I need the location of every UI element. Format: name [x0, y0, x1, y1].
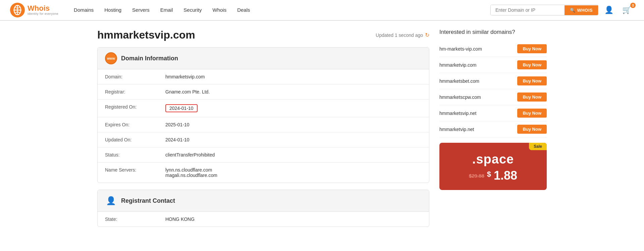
buy-now-button[interactable]: Buy Now — [517, 60, 547, 69]
search-icon: 🔍 — [570, 8, 576, 13]
www-badge: www — [105, 52, 117, 64]
table-row: Status: clientTransferProhibited — [98, 147, 429, 163]
registrant-table: State: HONG KONG — [98, 212, 429, 227]
sale-new-price: 1.88 — [494, 169, 517, 183]
sale-price-row: $29.88 $ 1.88 — [447, 169, 539, 183]
domain-info-card: www Domain Information Domain: hmmarkets… — [97, 47, 429, 183]
person-icon: 👤 — [105, 195, 117, 207]
buy-now-button[interactable]: Buy Now — [517, 109, 547, 118]
nav-email[interactable]: Email — [155, 0, 178, 20]
buy-now-button[interactable]: Buy Now — [517, 44, 547, 53]
buy-now-button[interactable]: Buy Now — [517, 92, 547, 102]
logo[interactable]: Whois Identity for everyone — [10, 3, 58, 17]
field-value: lynn.ns.cloudflare.commagali.ns.cloudfla… — [158, 163, 429, 183]
registrant-header: 👤 Registrant Contact — [98, 190, 429, 212]
nav-right: 🔍 WHOIS 👤 🛒 0 — [490, 4, 634, 16]
page-title: hmmarketsvip.com — [97, 29, 195, 41]
field-value: Gname.com Pte. Ltd. — [158, 84, 429, 100]
field-label: Domain: — [98, 69, 158, 84]
refresh-icon[interactable]: ↻ — [425, 32, 429, 38]
sale-tld: .space — [447, 152, 539, 167]
table-row: Registrar: Gname.com Pte. Ltd. — [98, 84, 429, 100]
search-input[interactable] — [491, 5, 565, 15]
nav-servers[interactable]: Servers — [127, 0, 155, 20]
sale-old-price: $29.88 — [469, 173, 484, 179]
field-value: 2024-01-10 — [158, 100, 429, 117]
table-row: Expires On: 2025-01-10 — [98, 117, 429, 132]
updated-text: Updated 1 second ago — [376, 33, 423, 38]
field-label: Updated On: — [98, 132, 158, 147]
field-value: 2024-01-10 — [158, 132, 429, 147]
search-button-label: WHOIS — [577, 8, 593, 13]
field-value: 2025-01-10 — [158, 117, 429, 132]
cart-badge-container: 🛒 0 — [620, 4, 634, 16]
field-label: Name Servers: — [98, 163, 158, 183]
similar-domain-name: hmmarketscpw.com — [439, 95, 481, 100]
similar-domain-row: hmmarketsvip.net Buy Now — [439, 105, 547, 121]
field-value: HONG KONG — [158, 212, 429, 227]
field-label: Expires On: — [98, 117, 158, 132]
logo-sub-text: Identity for everyone — [28, 12, 58, 16]
field-label: Registrar: — [98, 84, 158, 100]
nav-domains[interactable]: Domains — [68, 0, 99, 20]
registrant-title: Registrant Contact — [121, 197, 175, 204]
nav-security[interactable]: Security — [178, 0, 207, 20]
registrant-card: 👤 Registrant Contact State: HONG KONG — [97, 190, 429, 227]
registered-on-highlighted: 2024-01-10 — [165, 104, 198, 112]
left-col: hmmarketsvip.com Updated 1 second ago ↻ … — [97, 29, 429, 234]
page-title-row: hmmarketsvip.com Updated 1 second ago ↻ — [97, 29, 429, 41]
sale-dollar-sign: $ — [487, 169, 491, 179]
similar-domain-name: hmmarketvip.net — [439, 127, 474, 132]
right-col: Interested in similar domains? hm-market… — [439, 29, 547, 234]
main-container: hmmarketsvip.com Updated 1 second ago ↻ … — [87, 21, 557, 242]
updated-info: Updated 1 second ago ↻ — [376, 32, 429, 38]
similar-domain-row: hmmarketvip.net Buy Now — [439, 121, 547, 137]
similar-domains-title: Interested in similar domains? — [439, 29, 547, 36]
similar-domain-name: hmmarketsbet.com — [439, 78, 479, 84]
nav-links: Domains Hosting Servers Email Security W… — [68, 0, 490, 20]
table-row: Name Servers: lynn.ns.cloudflare.commaga… — [98, 163, 429, 183]
field-label: State: — [98, 212, 158, 227]
sale-banner: Sale .space $29.88 $ 1.88 — [439, 143, 547, 190]
nav-deals[interactable]: Deals — [232, 0, 255, 20]
domain-info-table: Domain: hmmarketsvip.com Registrar: Gnam… — [98, 69, 429, 183]
similar-domain-row: hmmarketsbet.com Buy Now — [439, 73, 547, 89]
table-row: Updated On: 2024-01-10 — [98, 132, 429, 147]
similar-domain-name: hmmarketsvip.net — [439, 111, 476, 116]
domain-info-header: www Domain Information — [98, 48, 429, 69]
similar-domain-row: hmmarketscpw.com Buy Now — [439, 89, 547, 105]
whois-search-button[interactable]: 🔍 WHOIS — [565, 5, 598, 15]
buy-now-button[interactable]: Buy Now — [517, 76, 547, 85]
cart-count: 0 — [630, 3, 636, 8]
field-label: Registered On: — [98, 100, 158, 117]
logo-whois-text: Whois — [28, 4, 58, 12]
search-bar: 🔍 WHOIS — [490, 5, 598, 15]
table-row: State: HONG KONG — [98, 212, 429, 227]
similar-domain-row: hm-markets-vip.com Buy Now — [439, 41, 547, 57]
nav-whois[interactable]: Whois — [207, 0, 232, 20]
buy-now-button[interactable]: Buy Now — [517, 125, 547, 134]
table-row: Registered On: 2024-01-10 — [98, 100, 429, 117]
domain-info-title: Domain Information — [121, 55, 178, 62]
similar-domain-name: hmmarketvip.com — [439, 62, 476, 68]
sale-tag: Sale — [529, 143, 547, 150]
table-row: Domain: hmmarketsvip.com — [98, 69, 429, 84]
user-account-button[interactable]: 👤 — [602, 4, 616, 16]
field-label: Status: — [98, 147, 158, 163]
www-text: www — [107, 57, 115, 60]
similar-domain-row: hmmarketvip.com Buy Now — [439, 57, 547, 73]
field-value: clientTransferProhibited — [158, 147, 429, 163]
similar-domain-name: hm-markets-vip.com — [439, 46, 482, 52]
nav-hosting[interactable]: Hosting — [99, 0, 127, 20]
field-value: hmmarketsvip.com — [158, 69, 429, 84]
